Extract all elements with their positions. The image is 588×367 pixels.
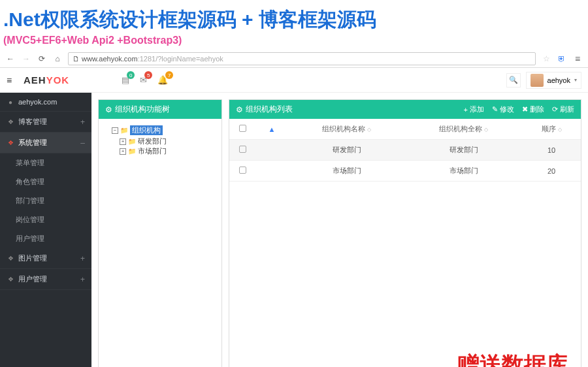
search-icon[interactable]: 🔍 xyxy=(506,73,521,88)
promo-banner: .Net权限系统设计框架源码 + 博客框架源码 (MVC5+EF6+Web Ap… xyxy=(0,0,588,50)
menu-icon[interactable]: ≡ xyxy=(572,54,583,64)
inbox-icon[interactable]: ▤0 xyxy=(122,75,129,85)
sidebar-subitem[interactable]: 菜单管理 xyxy=(0,153,91,172)
delete-button[interactable]: ✖删除 xyxy=(522,104,544,114)
mail-icon[interactable]: ✉5 xyxy=(140,75,147,85)
sidebar-item[interactable]: ❖系统管理– xyxy=(0,133,91,153)
expand-icon[interactable]: + xyxy=(80,118,85,127)
table-row[interactable]: 市场部门市场部门20 xyxy=(229,161,581,182)
avatar xyxy=(531,74,544,87)
shield-icon[interactable]: ⛨ xyxy=(557,54,567,64)
hamburger-icon[interactable]: ≡ xyxy=(7,75,18,86)
brand-logo[interactable]: AEHYOK xyxy=(24,74,69,86)
reload-icon[interactable]: ⟳ xyxy=(37,54,47,64)
nav-icon: ❖ xyxy=(7,139,14,146)
sidebar-subitem[interactable]: 角色管理 xyxy=(0,172,91,191)
list-panel-header: ⚙ 组织机构列表 +添加 ✎修改 ✖删除 ⟳刷新 xyxy=(229,100,581,119)
table-row[interactable]: 研发部门研发部门10 xyxy=(229,140,581,161)
edit-button[interactable]: ✎修改 xyxy=(492,104,514,114)
x-icon: ✖ xyxy=(522,105,528,114)
refresh-button[interactable]: ⟳刷新 xyxy=(552,104,574,114)
tree-root[interactable]: − 📁 组织机构 xyxy=(112,125,216,135)
refresh-icon: ⟳ xyxy=(552,105,558,114)
user-menu[interactable]: aehyok ▾ xyxy=(526,72,581,89)
tree-panel-header: ⚙ 组织机构功能树 xyxy=(99,100,221,119)
nav-icon: ❖ xyxy=(7,118,14,125)
org-table: ▲ 组织机构名称◇ 组织机构全称◇ 顺序◇ 研发部门研发部门10市场部门市场部门… xyxy=(229,119,581,182)
checkbox-all[interactable] xyxy=(239,125,246,132)
bell-icon[interactable]: 🔔7 xyxy=(157,75,168,85)
sidebar-item[interactable]: ❖用户管理+ xyxy=(0,269,91,290)
plus-icon: + xyxy=(464,106,468,114)
expand-icon[interactable]: + xyxy=(120,148,126,155)
list-panel: ⚙ 组织机构列表 +添加 ✎修改 ✖删除 ⟳刷新 ▲ 组织机构名称◇ 组织机构全… xyxy=(229,99,581,367)
sidebar: ●aehyok.com❖博客管理+❖系统管理–菜单管理角色管理部门管理岗位管理用… xyxy=(0,93,91,367)
sidebar-item[interactable]: ❖图片管理+ xyxy=(0,248,91,269)
star-icon[interactable]: ☆ xyxy=(541,54,551,64)
home-icon[interactable]: ⌂ xyxy=(52,54,63,64)
nav-icon: ● xyxy=(7,99,14,106)
folder-icon: 📁 xyxy=(128,148,136,155)
tree-node[interactable]: +📁市场部门 xyxy=(120,146,216,156)
expand-icon[interactable]: – xyxy=(80,138,85,148)
pencil-icon: ✎ xyxy=(492,105,498,114)
chevron-down-icon: ▾ xyxy=(574,77,577,83)
back-icon[interactable]: ← xyxy=(5,54,16,64)
sidebar-item[interactable]: ❖博客管理+ xyxy=(0,112,91,133)
nav-icon: ❖ xyxy=(7,255,14,262)
gift-overlay: 赠送数据库 xyxy=(457,350,568,367)
browser-toolbar: ← → ⟳ ⌂ 🗋 www.aehyok.com:1281/?loginName… xyxy=(0,50,588,68)
app-header: ≡ AEHYOK ▤0 ✉5 🔔7 🔍 aehyok ▾ xyxy=(0,68,588,93)
forward-icon[interactable]: → xyxy=(21,54,31,64)
nav-icon: ❖ xyxy=(7,276,14,283)
sidebar-subitem[interactable]: 部门管理 xyxy=(0,191,91,210)
tree-node[interactable]: +📁研发部门 xyxy=(120,136,216,146)
collapse-icon[interactable]: − xyxy=(112,127,118,134)
row-checkbox[interactable] xyxy=(239,167,246,174)
expand-icon[interactable]: + xyxy=(120,138,126,145)
sort-indicator-icon[interactable]: ▲ xyxy=(269,125,276,133)
url-bar[interactable]: 🗋 www.aehyok.com:1281/?loginName=aehyok xyxy=(68,52,536,65)
banner-subtitle: (MVC5+EF6+Web Api2 +Bootstrap3) xyxy=(3,35,588,46)
row-checkbox[interactable] xyxy=(239,146,246,153)
share-icon: ⚙ xyxy=(105,105,112,114)
sidebar-subitem[interactable]: 岗位管理 xyxy=(0,210,91,229)
tree-panel: ⚙ 组织机构功能树 − 📁 组织机构 +📁研发部门+📁市场部门 xyxy=(98,99,222,367)
expand-icon[interactable]: + xyxy=(80,254,85,263)
sidebar-item[interactable]: ●aehyok.com xyxy=(0,93,91,112)
share-icon: ⚙ xyxy=(236,105,243,114)
add-button[interactable]: +添加 xyxy=(464,104,484,114)
expand-icon[interactable]: + xyxy=(80,275,85,284)
sidebar-subitem[interactable]: 用户管理 xyxy=(0,229,91,248)
folder-icon: 📁 xyxy=(120,127,128,134)
banner-title: .Net权限系统设计框架源码 + 博客框架源码 xyxy=(3,7,588,33)
folder-icon: 📁 xyxy=(128,138,136,145)
